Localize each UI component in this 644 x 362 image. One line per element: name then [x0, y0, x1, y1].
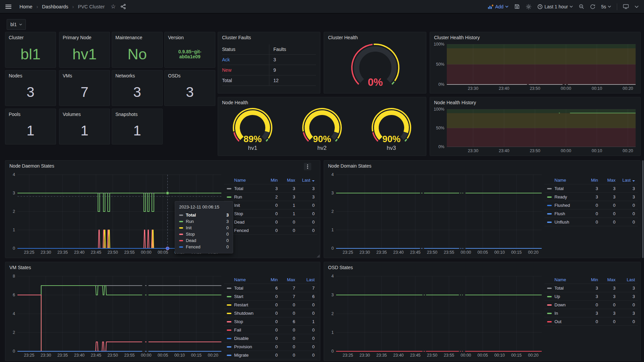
legend-series-name[interactable]: Disable	[234, 336, 263, 341]
legend-last: 0	[618, 220, 638, 225]
legend-header-max[interactable]: Max	[280, 277, 298, 282]
series-color-swatch	[227, 196, 231, 198]
legend-series-name[interactable]: Total	[554, 186, 583, 191]
legend-series-name[interactable]: Restart	[234, 302, 263, 307]
legend-series-name[interactable]: Up	[554, 294, 583, 299]
cluster-health-history-chart[interactable]: 0%50%100%23:3023:4023:5000:0000:1000:20	[433, 42, 638, 92]
add-button[interactable]: Add	[488, 4, 508, 9]
legend-header-max[interactable]: Max	[601, 277, 618, 282]
tv-mode-button[interactable]	[623, 4, 629, 9]
breadcrumb-home[interactable]: Home	[19, 4, 33, 9]
variable-selector-bl1[interactable]: bl1	[7, 19, 26, 30]
legend-series-name[interactable]: Total	[234, 186, 263, 191]
refresh-interval-picker[interactable]: 5s	[601, 4, 611, 9]
svg-text:00:20: 00:20	[208, 353, 218, 358]
legend-min: 3	[583, 194, 601, 199]
scrollbar-thumb[interactable]	[642, 160, 644, 258]
share-icon[interactable]	[120, 4, 126, 9]
svg-text:2: 2	[331, 311, 334, 316]
legend-row: Fenced000	[224, 226, 317, 235]
legend-series-name[interactable]: Migrate	[234, 353, 263, 358]
series-color-swatch	[547, 321, 552, 322]
faults-status-label[interactable]: New	[222, 67, 269, 73]
legend-header-min[interactable]: Min	[583, 178, 601, 183]
legend-header-name[interactable]: Name	[554, 277, 583, 282]
legend-row: Flush000	[544, 209, 638, 218]
sort-caret-icon	[632, 180, 635, 182]
legend-swatch-cell	[544, 286, 554, 291]
legend-series-name[interactable]: Total	[234, 286, 263, 291]
legend-series-name[interactable]: Fenced	[234, 228, 263, 233]
legend-header-name[interactable]: Name	[554, 178, 583, 183]
legend-header-max[interactable]: Max	[601, 178, 618, 183]
legend-swatch-cell	[544, 220, 554, 225]
legend-series-name[interactable]: Provision	[234, 344, 263, 349]
legend-series-name[interactable]: Ready	[554, 194, 583, 199]
legend-min: 0	[263, 336, 280, 341]
legend-series-name[interactable]: Unflush	[554, 220, 583, 225]
legend-header-last[interactable]: Last	[298, 178, 317, 183]
svg-text:100%: 100%	[434, 42, 444, 47]
legend-series-name[interactable]: Down	[554, 302, 583, 307]
navbar-expand-button[interactable]	[635, 5, 639, 8]
legend-series-name[interactable]: Start	[234, 294, 263, 299]
node-health-history-chart[interactable]: 0%50%100%23:3023:4023:5000:0000:1000:20	[433, 107, 638, 154]
vm-states-chart[interactable]: 0246823:2523:3023:3523:4023:4523:5023:55…	[9, 274, 223, 359]
svg-text:00:10: 00:10	[592, 148, 602, 153]
legend-series-name[interactable]: In	[554, 311, 583, 316]
stat-panel-networks: Networks 3	[112, 70, 163, 106]
tooltip-row: Total3	[179, 212, 229, 218]
legend-header-name[interactable]: Name	[234, 277, 263, 282]
panel-cluster-health-history: Cluster Health History 0%50%100%23:3023:…	[430, 32, 641, 94]
svg-text:00:10: 00:10	[494, 353, 505, 358]
legend-series-name[interactable]: Dead	[234, 220, 263, 225]
dashboard-settings-button[interactable]	[526, 4, 532, 10]
time-range-picker[interactable]: Last 1 hour	[537, 4, 573, 9]
legend-header-min[interactable]: Min	[263, 277, 280, 282]
legend-series-name[interactable]: Out	[554, 319, 583, 324]
legend-row: Out000	[544, 317, 638, 326]
legend-header-last[interactable]: Last	[298, 277, 317, 282]
legend-row: Shutdown000	[224, 309, 317, 317]
legend-series-name[interactable]: Flush	[554, 211, 583, 216]
legend-series-name[interactable]: Flushed	[554, 203, 583, 208]
legend-last: 0	[618, 302, 638, 307]
legend-swatch-cell	[544, 311, 554, 316]
legend-series-name[interactable]: Fail	[234, 327, 263, 333]
refresh-button[interactable]	[590, 4, 595, 9]
legend-header-max[interactable]: Max	[280, 178, 298, 183]
legend-header-last[interactable]: Last	[618, 178, 638, 183]
series-color-swatch	[227, 346, 231, 348]
tooltip-row: Stop0	[179, 231, 229, 237]
legend-series-name[interactable]: Stop	[234, 211, 263, 216]
cluster-health-gauge: 0%	[338, 42, 412, 91]
legend-header-min[interactable]: Min	[263, 178, 280, 183]
legend-series-name[interactable]: Run	[234, 194, 263, 199]
legend-series-name[interactable]: Init	[234, 203, 263, 208]
menu-icon[interactable]	[5, 5, 11, 9]
svg-text:00:10: 00:10	[174, 353, 185, 358]
stat-value: 0.9.85~git-ab0a1e09	[165, 41, 215, 67]
faults-status-label[interactable]: Ack	[222, 57, 269, 62]
monitor-icon	[623, 4, 629, 9]
legend-header-last[interactable]: Last	[618, 277, 638, 282]
legend-series-name[interactable]: Stop	[234, 319, 263, 324]
zoom-out-button[interactable]	[579, 4, 584, 9]
node-domain-chart[interactable]: 0123423:2523:3023:3523:4023:4523:5023:55…	[327, 173, 544, 256]
osd-states-chart[interactable]: 0123423:2523:3023:3523:4023:4523:5023:55…	[327, 274, 544, 359]
legend-series-name[interactable]: Shutdown	[234, 311, 263, 316]
legend-header-name[interactable]: Name	[234, 178, 263, 183]
panel-menu-icon[interactable]	[304, 163, 311, 170]
svg-text:23:50: 23:50	[107, 250, 118, 255]
legend-header-min[interactable]: Min	[583, 277, 601, 282]
legend-row: Provision000	[224, 343, 317, 351]
legend-swatch-cell	[544, 319, 554, 324]
breadcrumb-dashboards[interactable]: Dashboards	[42, 4, 68, 9]
panel-resize-handle[interactable]	[317, 254, 320, 257]
legend-series-name[interactable]: Total	[554, 286, 583, 291]
breadcrumb-current: PVC Cluster	[78, 4, 105, 9]
favorite-star-icon[interactable]: ☆	[111, 3, 116, 10]
svg-text:0: 0	[13, 349, 15, 354]
save-dashboard-button[interactable]	[514, 4, 520, 9]
svg-text:23:30: 23:30	[360, 250, 370, 255]
